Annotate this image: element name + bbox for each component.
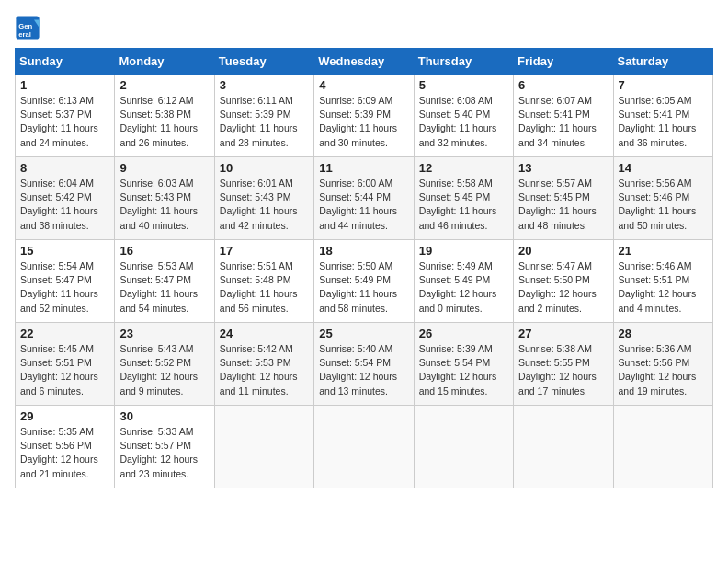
day-header-monday: Monday bbox=[115, 49, 214, 75]
day-info: Sunrise: 5:33 AM Sunset: 5:57 PM Dayligh… bbox=[119, 425, 209, 481]
page-header: Gen eral bbox=[15, 15, 713, 40]
day-number: 25 bbox=[319, 327, 408, 340]
day-number: 1 bbox=[20, 78, 109, 92]
day-number: 13 bbox=[518, 161, 608, 175]
calendar-cell bbox=[314, 406, 414, 488]
calendar-cell: 8Sunrise: 6:04 AM Sunset: 5:42 PM Daylig… bbox=[16, 157, 115, 240]
day-number: 15 bbox=[20, 244, 109, 258]
day-number: 27 bbox=[518, 327, 608, 340]
calendar-cell: 10Sunrise: 6:01 AM Sunset: 5:43 PM Dayli… bbox=[214, 157, 313, 240]
day-number: 7 bbox=[619, 78, 708, 92]
calendar-week-1: 8Sunrise: 6:04 AM Sunset: 5:42 PM Daylig… bbox=[16, 157, 713, 240]
day-header-sunday: Sunday bbox=[16, 49, 115, 75]
day-number: 22 bbox=[20, 327, 109, 340]
svg-text:Gen: Gen bbox=[18, 22, 32, 30]
calendar-cell: 26Sunrise: 5:39 AM Sunset: 5:54 PM Dayli… bbox=[414, 323, 513, 406]
day-number: 12 bbox=[419, 161, 508, 175]
day-number: 28 bbox=[619, 327, 708, 340]
calendar-cell bbox=[613, 406, 712, 488]
calendar-cell: 14Sunrise: 5:56 AM Sunset: 5:46 PM Dayli… bbox=[613, 157, 712, 240]
calendar-cell: 13Sunrise: 5:57 AM Sunset: 5:45 PM Dayli… bbox=[514, 157, 613, 240]
calendar-cell: 21Sunrise: 5:46 AM Sunset: 5:51 PM Dayli… bbox=[613, 240, 712, 323]
day-info: Sunrise: 5:40 AM Sunset: 5:54 PM Dayligh… bbox=[319, 342, 408, 398]
calendar-cell: 19Sunrise: 5:49 AM Sunset: 5:49 PM Dayli… bbox=[414, 240, 513, 323]
calendar-cell: 23Sunrise: 5:43 AM Sunset: 5:52 PM Dayli… bbox=[115, 323, 214, 406]
day-number: 9 bbox=[119, 161, 209, 175]
calendar-cell: 27Sunrise: 5:38 AM Sunset: 5:55 PM Dayli… bbox=[514, 323, 613, 406]
day-info: Sunrise: 5:57 AM Sunset: 5:45 PM Dayligh… bbox=[518, 177, 608, 233]
calendar-cell: 22Sunrise: 5:45 AM Sunset: 5:51 PM Dayli… bbox=[16, 323, 115, 406]
logo-icon: Gen eral bbox=[15, 15, 40, 40]
calendar-week-4: 29Sunrise: 5:35 AM Sunset: 5:56 PM Dayli… bbox=[16, 406, 713, 488]
day-info: Sunrise: 5:56 AM Sunset: 5:46 PM Dayligh… bbox=[619, 177, 708, 233]
day-number: 4 bbox=[319, 78, 408, 92]
day-info: Sunrise: 5:43 AM Sunset: 5:52 PM Dayligh… bbox=[119, 342, 209, 398]
day-number: 30 bbox=[119, 409, 209, 423]
calendar-cell: 7Sunrise: 6:05 AM Sunset: 5:41 PM Daylig… bbox=[613, 75, 712, 157]
day-number: 18 bbox=[319, 244, 408, 258]
day-header-wednesday: Wednesday bbox=[314, 49, 414, 75]
calendar-cell: 29Sunrise: 5:35 AM Sunset: 5:56 PM Dayli… bbox=[16, 406, 115, 488]
day-number: 23 bbox=[119, 327, 209, 340]
calendar-cell bbox=[514, 406, 613, 488]
day-number: 5 bbox=[419, 78, 508, 92]
day-info: Sunrise: 6:01 AM Sunset: 5:43 PM Dayligh… bbox=[220, 177, 309, 233]
calendar-cell: 11Sunrise: 6:00 AM Sunset: 5:44 PM Dayli… bbox=[314, 157, 414, 240]
calendar-cell: 17Sunrise: 5:51 AM Sunset: 5:48 PM Dayli… bbox=[214, 240, 313, 323]
day-number: 16 bbox=[119, 244, 209, 258]
day-number: 10 bbox=[220, 161, 309, 175]
day-number: 2 bbox=[119, 78, 209, 92]
header-row: SundayMondayTuesdayWednesdayThursdayFrid… bbox=[16, 49, 713, 75]
calendar-cell: 9Sunrise: 6:03 AM Sunset: 5:43 PM Daylig… bbox=[115, 157, 214, 240]
calendar-cell: 4Sunrise: 6:09 AM Sunset: 5:39 PM Daylig… bbox=[314, 75, 414, 157]
day-number: 29 bbox=[20, 409, 109, 423]
calendar-cell: 6Sunrise: 6:07 AM Sunset: 5:41 PM Daylig… bbox=[514, 75, 613, 157]
day-info: Sunrise: 6:13 AM Sunset: 5:37 PM Dayligh… bbox=[20, 94, 109, 150]
day-info: Sunrise: 6:00 AM Sunset: 5:44 PM Dayligh… bbox=[319, 177, 408, 233]
calendar-week-2: 15Sunrise: 5:54 AM Sunset: 5:47 PM Dayli… bbox=[16, 240, 713, 323]
day-info: Sunrise: 6:07 AM Sunset: 5:41 PM Dayligh… bbox=[518, 94, 608, 150]
calendar-cell: 1Sunrise: 6:13 AM Sunset: 5:37 PM Daylig… bbox=[16, 75, 115, 157]
calendar-cell: 15Sunrise: 5:54 AM Sunset: 5:47 PM Dayli… bbox=[16, 240, 115, 323]
day-info: Sunrise: 5:36 AM Sunset: 5:56 PM Dayligh… bbox=[619, 342, 708, 398]
day-info: Sunrise: 5:38 AM Sunset: 5:55 PM Dayligh… bbox=[518, 342, 608, 398]
calendar-week-3: 22Sunrise: 5:45 AM Sunset: 5:51 PM Dayli… bbox=[16, 323, 713, 406]
calendar-cell: 24Sunrise: 5:42 AM Sunset: 5:53 PM Dayli… bbox=[214, 323, 313, 406]
day-info: Sunrise: 6:04 AM Sunset: 5:42 PM Dayligh… bbox=[20, 177, 109, 233]
day-info: Sunrise: 6:03 AM Sunset: 5:43 PM Dayligh… bbox=[119, 177, 209, 233]
day-info: Sunrise: 5:53 AM Sunset: 5:47 PM Dayligh… bbox=[119, 259, 209, 316]
calendar-cell: 28Sunrise: 5:36 AM Sunset: 5:56 PM Dayli… bbox=[613, 323, 712, 406]
calendar-cell: 20Sunrise: 5:47 AM Sunset: 5:50 PM Dayli… bbox=[514, 240, 613, 323]
calendar-cell: 12Sunrise: 5:58 AM Sunset: 5:45 PM Dayli… bbox=[414, 157, 513, 240]
day-info: Sunrise: 5:47 AM Sunset: 5:50 PM Dayligh… bbox=[518, 259, 608, 316]
calendar-cell: 2Sunrise: 6:12 AM Sunset: 5:38 PM Daylig… bbox=[115, 75, 214, 157]
day-number: 19 bbox=[419, 244, 508, 258]
day-header-saturday: Saturday bbox=[613, 49, 712, 75]
day-info: Sunrise: 5:51 AM Sunset: 5:48 PM Dayligh… bbox=[220, 259, 309, 316]
day-info: Sunrise: 5:42 AM Sunset: 5:53 PM Dayligh… bbox=[220, 342, 309, 398]
day-number: 21 bbox=[619, 244, 708, 258]
day-info: Sunrise: 5:54 AM Sunset: 5:47 PM Dayligh… bbox=[20, 259, 109, 316]
day-number: 14 bbox=[619, 161, 708, 175]
day-header-friday: Friday bbox=[514, 49, 613, 75]
svg-text:eral: eral bbox=[18, 30, 31, 39]
day-number: 6 bbox=[518, 78, 608, 92]
calendar-cell: 16Sunrise: 5:53 AM Sunset: 5:47 PM Dayli… bbox=[115, 240, 214, 323]
day-info: Sunrise: 5:49 AM Sunset: 5:49 PM Dayligh… bbox=[419, 259, 508, 316]
day-number: 17 bbox=[220, 244, 309, 258]
day-info: Sunrise: 6:11 AM Sunset: 5:39 PM Dayligh… bbox=[220, 94, 309, 150]
day-number: 24 bbox=[220, 327, 309, 340]
calendar-cell: 30Sunrise: 5:33 AM Sunset: 5:57 PM Dayli… bbox=[115, 406, 214, 488]
day-header-thursday: Thursday bbox=[414, 49, 513, 75]
calendar-cell: 18Sunrise: 5:50 AM Sunset: 5:49 PM Dayli… bbox=[314, 240, 414, 323]
day-number: 11 bbox=[319, 161, 408, 175]
day-number: 8 bbox=[20, 161, 109, 175]
day-number: 26 bbox=[419, 327, 508, 340]
logo: Gen eral bbox=[15, 15, 44, 40]
calendar-week-0: 1Sunrise: 6:13 AM Sunset: 5:37 PM Daylig… bbox=[16, 75, 713, 157]
day-number: 20 bbox=[518, 244, 608, 258]
day-info: Sunrise: 5:58 AM Sunset: 5:45 PM Dayligh… bbox=[419, 177, 508, 233]
calendar-cell bbox=[214, 406, 313, 488]
calendar-table: SundayMondayTuesdayWednesdayThursdayFrid… bbox=[15, 48, 713, 488]
calendar-cell: 5Sunrise: 6:08 AM Sunset: 5:40 PM Daylig… bbox=[414, 75, 513, 157]
